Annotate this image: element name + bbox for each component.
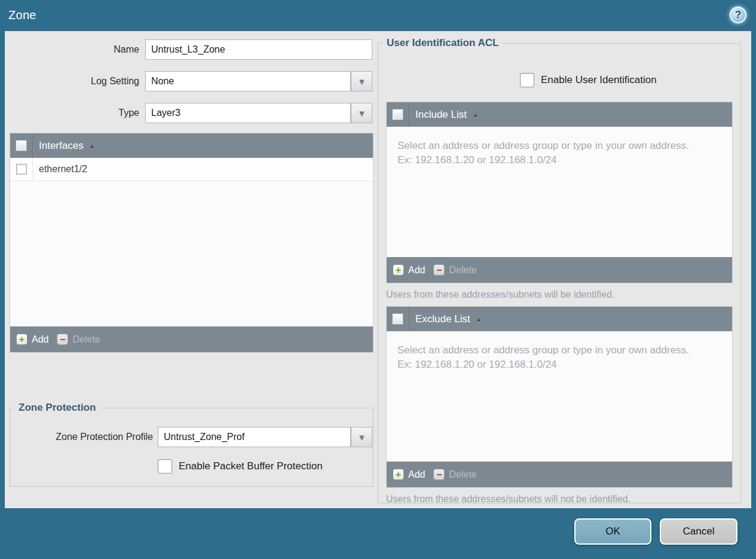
interfaces-select-all-checkbox[interactable]: [16, 140, 26, 151]
include-list-body[interactable]: Select an address or address group or ty…: [387, 127, 732, 257]
interfaces-delete-button[interactable]: − Delete: [57, 334, 100, 345]
add-button-label: Add: [408, 265, 425, 276]
sort-ascending-icon[interactable]: ▲: [472, 111, 479, 118]
sort-ascending-icon[interactable]: ▲: [476, 316, 482, 323]
type-label: Type: [5, 103, 139, 123]
plus-icon: +: [16, 334, 27, 345]
zone-protection-profile-dropdown-button[interactable]: ▼: [351, 427, 372, 447]
include-list-table: Include List ▲ Select an address or addr…: [386, 102, 733, 283]
include-select-all-checkbox[interactable]: [393, 109, 403, 120]
cancel-button[interactable]: Cancel: [660, 518, 737, 545]
interfaces-table-header: Interfaces ▲: [10, 133, 373, 158]
minus-icon: −: [57, 334, 68, 345]
include-list-placeholder: Select an address or address group or ty…: [397, 139, 702, 167]
zone-protection-legend: Zone Protection: [15, 402, 99, 414]
log-setting-label: Log Setting: [5, 71, 139, 91]
dialog-title: Zone: [8, 8, 36, 22]
include-delete-button[interactable]: − Delete: [433, 264, 476, 276]
include-list-column-header[interactable]: Include List: [415, 109, 467, 121]
delete-button-label: Delete: [72, 334, 100, 345]
include-select-all-cell: [387, 102, 409, 127]
log-setting-dropdown-button[interactable]: ▼: [351, 71, 372, 91]
minus-icon: −: [433, 264, 445, 276]
interface-row-checkbox[interactable]: [16, 164, 27, 175]
include-list-header: Include List ▲: [387, 102, 732, 127]
minus-icon: −: [433, 469, 445, 480]
interfaces-table: Interfaces ▲ ethernet1/2 + Add − Delete: [10, 133, 374, 353]
exclude-list-placeholder: Select an address or address group or ty…: [397, 343, 702, 372]
add-button-label: Add: [32, 334, 48, 345]
sort-ascending-icon[interactable]: ▲: [89, 142, 96, 149]
ok-button[interactable]: OK: [574, 518, 651, 545]
user-identification-acl-legend: User Identification ACL: [383, 37, 502, 49]
log-setting-input[interactable]: [145, 71, 351, 91]
exclude-list-header: Exclude List ▲: [387, 307, 732, 331]
enable-user-identification-label: Enable User Identification: [541, 74, 657, 86]
name-input[interactable]: [145, 39, 372, 60]
enable-packet-buffer-checkbox[interactable]: [158, 459, 172, 474]
enable-user-identification-checkbox[interactable]: [520, 73, 534, 87]
name-label: Name: [5, 39, 139, 60]
help-icon[interactable]: ?: [730, 7, 746, 23]
exclude-select-all-cell: [387, 307, 409, 331]
type-input[interactable]: [145, 103, 351, 123]
interfaces-select-all-cell: [10, 133, 33, 158]
exclude-list-body[interactable]: Select an address or address group or ty…: [387, 331, 732, 462]
interfaces-column-header[interactable]: Interfaces: [39, 140, 84, 152]
user-identification-acl-section: User Identification ACL Enable User Iden…: [378, 37, 741, 503]
packet-buffer-row: Enable Packet Buffer Protection: [158, 459, 323, 474]
chevron-down-icon: ▼: [358, 433, 366, 442]
delete-button-label: Delete: [449, 265, 476, 276]
interfaces-table-footer: + Add − Delete: [10, 326, 373, 352]
chevron-down-icon: ▼: [358, 109, 366, 118]
zone-protection-section: Zone Protection Zone Protection Profile …: [10, 402, 374, 487]
zone-protection-profile-label: Zone Protection Profile: [15, 427, 153, 447]
include-list-footer: + Add − Delete: [387, 257, 732, 283]
zone-protection-profile-input[interactable]: [158, 427, 351, 447]
exclude-select-all-checkbox[interactable]: [393, 314, 403, 324]
row-checkbox-cell: [10, 158, 33, 181]
enable-user-identification-row: Enable User Identification: [520, 73, 657, 87]
exclude-list-caption: Users from these addresses/subnets will …: [386, 494, 630, 505]
plus-icon: +: [393, 264, 404, 276]
packet-buffer-label: Enable Packet Buffer Protection: [179, 460, 323, 472]
delete-button-label: Delete: [449, 469, 476, 480]
include-list-caption: Users from these addresses/subnets will …: [386, 289, 614, 300]
interfaces-add-button[interactable]: + Add: [16, 334, 48, 345]
chevron-down-icon: ▼: [358, 77, 366, 86]
exclude-add-button[interactable]: + Add: [393, 469, 425, 480]
exclude-list-footer: + Add − Delete: [387, 462, 732, 487]
exclude-list-table: Exclude List ▲ Select an address or addr…: [386, 306, 733, 488]
exclude-delete-button[interactable]: − Delete: [433, 469, 476, 480]
include-add-button[interactable]: + Add: [393, 264, 425, 276]
exclude-list-column-header[interactable]: Exclude List: [415, 313, 470, 325]
interface-name: ethernet1/2: [39, 164, 87, 175]
type-dropdown-button[interactable]: ▼: [351, 103, 372, 123]
dialog-titlebar: Zone ?: [0, 0, 756, 31]
plus-icon: +: [393, 469, 404, 480]
dialog-body: Name Log Setting ▼ Type ▼ Interfaces ▲ e…: [5, 31, 751, 508]
add-button-label: Add: [408, 469, 425, 480]
interfaces-table-body: ethernet1/2: [10, 158, 373, 326]
table-row[interactable]: ethernet1/2: [10, 158, 373, 181]
